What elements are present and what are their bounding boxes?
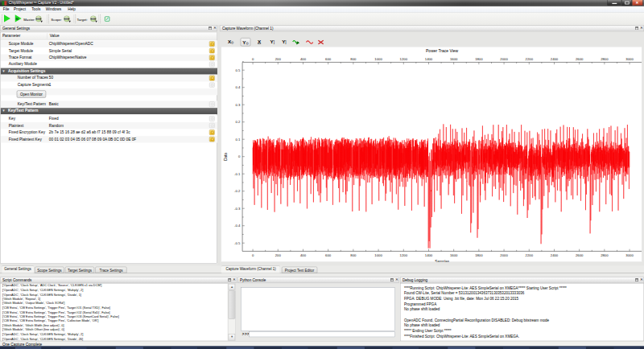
svg-text:Data: Data: [224, 153, 228, 161]
svg-text:1600: 1600: [450, 57, 458, 61]
svg-text:200: 200: [275, 57, 282, 61]
svg-text:-0.3: -0.3: [234, 207, 241, 211]
svg-text:400: 400: [300, 57, 307, 61]
svg-text:-0.5: -0.5: [234, 241, 241, 245]
svg-text:Samples: Samples: [435, 260, 450, 262]
svg-text:400: 400: [300, 253, 307, 257]
svg-text:0.4: 0.4: [235, 85, 241, 89]
svg-text:0: 0: [252, 253, 254, 257]
svg-text:2800: 2800: [601, 57, 609, 61]
svg-text:600: 600: [325, 253, 332, 257]
svg-text:2000: 2000: [500, 57, 508, 61]
svg-text:1200: 1200: [399, 57, 407, 61]
svg-text:2400: 2400: [551, 57, 559, 61]
svg-text:0.1: 0.1: [235, 138, 241, 142]
svg-text:0.3: 0.3: [235, 103, 241, 107]
svg-text:600: 600: [325, 57, 332, 61]
svg-text:800: 800: [350, 253, 357, 257]
svg-text:-0.1: -0.1: [234, 172, 241, 176]
svg-text:2600: 2600: [576, 57, 584, 61]
svg-text:2000: 2000: [500, 253, 508, 257]
svg-text:2600: 2600: [576, 253, 584, 257]
svg-text:1800: 1800: [475, 57, 483, 61]
svg-text:200: 200: [275, 253, 282, 257]
svg-text:3000: 3000: [625, 57, 634, 61]
svg-text:0: 0: [252, 57, 254, 61]
svg-text:0: 0: [238, 154, 241, 158]
svg-text:3000: 3000: [625, 253, 634, 257]
svg-text:1400: 1400: [425, 57, 433, 61]
svg-text:1000: 1000: [374, 57, 382, 61]
svg-text:Power Trace View: Power Trace View: [426, 48, 458, 53]
svg-text:1400: 1400: [425, 253, 433, 257]
svg-text:1000: 1000: [374, 253, 382, 257]
svg-text:2800: 2800: [601, 253, 609, 257]
svg-text:1200: 1200: [399, 253, 407, 257]
svg-text:0.2: 0.2: [235, 120, 241, 124]
svg-text:-0.4: -0.4: [234, 224, 241, 228]
svg-text:0.5: 0.5: [235, 68, 241, 72]
svg-text:2200: 2200: [525, 253, 533, 257]
svg-text:-0.2: -0.2: [234, 189, 241, 193]
svg-text:1600: 1600: [450, 253, 458, 257]
svg-text:2400: 2400: [551, 253, 559, 257]
svg-text:1800: 1800: [475, 253, 483, 257]
svg-text:800: 800: [350, 57, 357, 61]
svg-text:2200: 2200: [525, 57, 533, 61]
